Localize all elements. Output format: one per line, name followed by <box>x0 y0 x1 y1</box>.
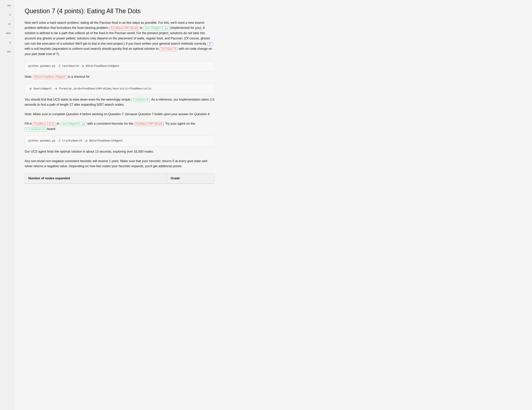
note-label: Note: <box>25 75 33 78</box>
search-agents-py-code: searchAgents.py <box>143 26 170 30</box>
tricky-search-code: trickySearch <box>25 128 46 131</box>
a-star-code: A* <box>208 42 213 46</box>
table-header-row: Number of nodes expanded Grade <box>25 173 214 183</box>
food-heuristic-code: foodHeuristic <box>33 122 56 126</box>
sidebar-item-6: ces <box>2 50 12 54</box>
fill-in-text-1: Fill in <box>25 122 33 125</box>
sidebar-item-2: s <box>2 13 12 17</box>
main-content: Question 7 (4 points): Eating All The Do… <box>14 0 225 410</box>
italic-note: Note: Make sure to complete Question 4 b… <box>25 112 215 117</box>
note-text: is a shortcut for <box>67 75 90 78</box>
code-block-2: -p SearchAgent -a fn=astar,prob=FoodSear… <box>25 84 215 94</box>
search-agents-py-code-2: searchAgents.py <box>60 122 86 126</box>
sidebar: nts s er atrix a ces <box>0 0 14 410</box>
ucs-result: Our UCS agent finds the optimal solution… <box>25 149 215 154</box>
table-header-grade: Grade <box>167 173 214 183</box>
grading-table: Number of nodes expanded Grade <box>25 173 215 184</box>
note-paragraph: Note: AStarFoodSearchAgent is a shortcut… <box>25 74 215 79</box>
food-search-problem-code: FoodSearchProblem <box>110 26 139 30</box>
intro-text-3: with a null heuristic (equivalent to uni… <box>25 47 159 50</box>
table: Number of nodes expanded Grade <box>25 173 214 184</box>
code-block-3: python pacman.py -l trickySearch -p ASta… <box>25 136 215 146</box>
ucs-paragraph: You should find that UCS starts to slow … <box>25 97 215 107</box>
fill-in-text-5: board: <box>46 127 56 131</box>
code-block-1: python pacman.py -l testSearch -p AStarF… <box>25 61 215 72</box>
sidebar-item-4: atrix <box>2 31 12 35</box>
sidebar-item-1: nts <box>2 3 12 7</box>
fill-in-text-4: . Try your agent on the <box>163 122 195 125</box>
intro-text-in: in <box>139 26 143 29</box>
ucs-text-1: You should find that UCS starts to slow … <box>25 98 132 101</box>
sidebar-item-3: er <box>2 22 12 26</box>
test-search-code: testSearch <box>159 47 178 51</box>
sidebar-item-5: a <box>2 40 12 44</box>
intro-paragraph: Now we'll solve a hard search problem: e… <box>25 20 215 57</box>
fill-in-text-2: in <box>56 122 60 125</box>
food-search-problem-code-2: FoodSearchProblem <box>134 122 163 126</box>
heuristic-paragraph: Any non-trivial non-negative consistent … <box>25 158 215 169</box>
fill-in-paragraph: Fill in foodHeuristic in searchAgents.py… <box>25 121 215 132</box>
fill-in-text-3: with a consistent heuristic for the <box>86 122 134 125</box>
page-container: nts s er atrix a ces Question 7 (4 point… <box>0 0 532 410</box>
a-star-food-search-agent-code: AStarFoodSearchAgent <box>33 75 67 79</box>
tiny-search-code: tinySearch <box>132 98 150 102</box>
page-title: Question 7 (4 points): Eating All The Do… <box>25 7 215 15</box>
table-header-nodes: Number of nodes expanded <box>25 173 167 183</box>
